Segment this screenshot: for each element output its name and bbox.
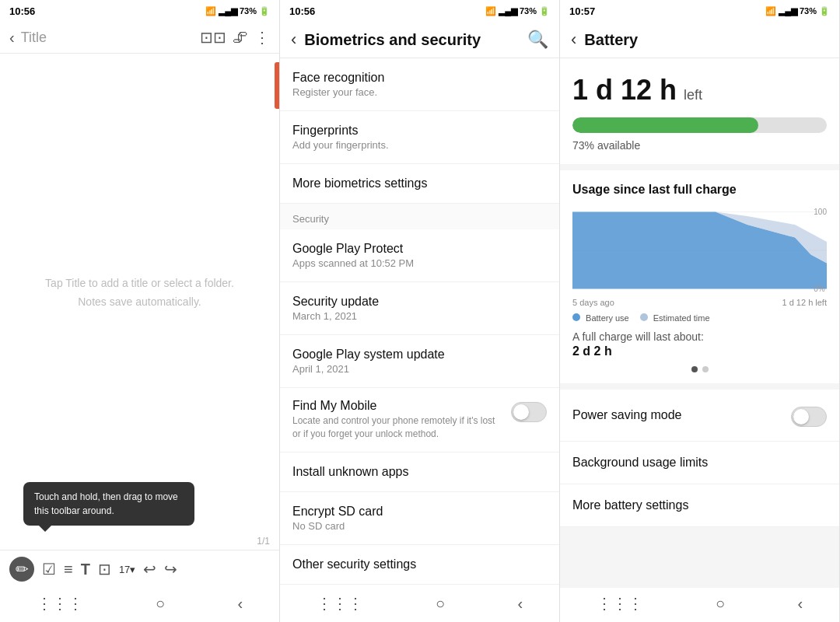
legend-estimated: Estimated time (640, 313, 710, 323)
battery-chart: 100 0% (572, 208, 827, 293)
signal-icon-bio: ▂▄▆ (499, 6, 517, 16)
battery-chart-svg (572, 208, 827, 293)
full-charge-label: A full charge will last about: (572, 330, 827, 343)
time-bio: 10:56 (289, 5, 315, 17)
more-battery-label: More battery settings (572, 498, 688, 512)
font-size[interactable]: 17▾ (119, 564, 135, 575)
notes-content: Tap Title to add a title or select a fol… (0, 54, 279, 533)
battery-main-card: 1 d 12 h left 73% available (560, 58, 839, 164)
redo-icon[interactable]: ↪ (164, 560, 177, 578)
list-item-background-usage[interactable]: Background usage limits (560, 442, 839, 484)
find-my-mobile-toggle[interactable] (511, 402, 547, 422)
list-item-install-unknown[interactable]: Install unknown apps (280, 453, 559, 492)
back-nav-notes[interactable]: ‹ (238, 595, 243, 613)
more-icon[interactable]: ⋮ (254, 28, 270, 47)
signal-icon-battery: ▂▄▆ (779, 6, 797, 16)
home-icon-battery[interactable]: ○ (716, 595, 725, 613)
label-left: 5 days ago (572, 298, 614, 307)
nav-bar-bio: ⋮⋮⋮ ○ ‹ (280, 588, 559, 622)
battery-scroll: 1 d 12 h left 73% available Usage since … (560, 58, 839, 588)
battery-dot (572, 313, 580, 321)
chart-legend: Battery use Estimated time (572, 313, 827, 323)
svg-marker-3 (572, 212, 827, 289)
battery-time-display: 1 d 12 h left (572, 74, 827, 107)
signal-icon: ▂▄▆ (219, 6, 237, 16)
back-button-bio[interactable]: ‹ (291, 30, 296, 50)
y-label-top: 100 (814, 208, 827, 216)
status-icons-notes: 📶 ▂▄▆ 73% 🔋 (205, 6, 270, 16)
time-battery: 10:57 (569, 5, 595, 17)
scroll-indicator (275, 62, 279, 109)
dot-1 (691, 366, 698, 372)
recents-icon-bio[interactable]: ⋮⋮⋮ (317, 594, 363, 613)
recents-icon-notes[interactable]: ⋮⋮⋮ (37, 594, 83, 613)
list-item-power-saving[interactable]: Power saving mode (560, 390, 839, 442)
checkbox-icon[interactable]: ☑ (42, 560, 56, 578)
book-icon[interactable]: ⊡⊡ (200, 28, 226, 47)
battery-bar-container (572, 117, 827, 133)
battery-icon-notes: 🔋 (259, 6, 270, 16)
list-item-more-biometrics[interactable]: More biometrics settings (280, 164, 559, 204)
chart-y-labels: 100 0% (814, 208, 827, 293)
text-icon[interactable]: T (81, 561, 90, 578)
estimated-dot (640, 313, 648, 321)
list-item-google-play-system[interactable]: Google Play system update April 1, 2021 (280, 335, 559, 388)
list-item-google-play-protect[interactable]: Google Play Protect Apps scanned at 10:5… (280, 229, 559, 282)
dot-2 (702, 366, 709, 372)
wifi-icon-battery: 📶 (765, 6, 776, 16)
y-label-bottom: 0% (814, 285, 827, 293)
status-icons-battery: 📶 ▂▄▆ 73% 🔋 (765, 6, 830, 16)
list-item-face[interactable]: Face recognition Register your face. (280, 58, 559, 111)
section-security: Security (280, 204, 559, 229)
back-button-battery[interactable]: ‹ (571, 30, 576, 50)
recents-icon-battery[interactable]: ⋮⋮⋮ (597, 594, 643, 613)
status-bar-notes: 10:56 📶 ▂▄▆ 73% 🔋 (0, 0, 279, 22)
battery-header: ‹ Battery (560, 22, 839, 58)
battery-percent-battery: 73% (800, 6, 817, 16)
image-icon[interactable]: ⊡ (98, 560, 111, 578)
page-indicator: 1/1 (0, 533, 279, 550)
home-icon-notes[interactable]: ○ (156, 595, 165, 613)
power-saving-knob (793, 409, 809, 425)
home-icon-bio[interactable]: ○ (436, 595, 445, 613)
legend-battery: Battery use (572, 313, 629, 323)
notes-panel: 10:56 📶 ▂▄▆ 73% 🔋 ‹ Title ⊡⊡ 🖇 ⋮ Tap Tit… (0, 0, 280, 622)
status-icons-bio: 📶 ▂▄▆ 73% 🔋 (485, 6, 550, 16)
tooltip: Touch and hold, then drag to move this t… (23, 482, 194, 526)
wifi-icon: 📶 (205, 6, 216, 16)
toggle-knob (513, 404, 529, 420)
full-charge-value: 2 d 2 h (572, 344, 827, 358)
back-nav-bio[interactable]: ‹ (518, 595, 523, 613)
search-icon-bio[interactable]: 🔍 (527, 30, 548, 50)
usage-title: Usage since last full charge (572, 183, 827, 197)
back-nav-battery[interactable]: ‹ (798, 595, 803, 613)
power-saving-toggle[interactable] (791, 407, 827, 427)
label-right: 1 d 12 h left (782, 298, 828, 307)
nav-bar-battery: ⋮⋮⋮ ○ ‹ (560, 588, 839, 622)
time-notes: 10:56 (9, 5, 35, 17)
battery-percent-label: 73% available (572, 139, 827, 152)
battery-percent-notes: 73% (240, 6, 257, 16)
undo-icon[interactable]: ↩ (143, 560, 156, 578)
battery-bar (572, 117, 758, 133)
list-item-more-battery[interactable]: More battery settings (560, 484, 839, 527)
list-item-other-security[interactable]: Other security settings (280, 545, 559, 585)
list-item-find-my-mobile[interactable]: Find My Mobile Locate and control your p… (280, 388, 559, 453)
back-button-notes[interactable]: ‹ (9, 29, 15, 47)
list-item-encrypt-sd[interactable]: Encrypt SD card No SD card (280, 492, 559, 545)
list-icon[interactable]: ≡ (64, 561, 73, 578)
notes-toolbar: ‹ Title ⊡⊡ 🖇 ⋮ (0, 22, 279, 54)
bio-title: Biometrics and security (304, 31, 520, 49)
wifi-icon-bio: 📶 (485, 6, 496, 16)
battery-icon-bio: 🔋 (539, 6, 550, 16)
clip-icon[interactable]: 🖇 (233, 29, 248, 47)
battery-panel: 10:57 📶 ▂▄▆ 73% 🔋 ‹ Battery 1 d 12 h lef… (560, 0, 840, 622)
usage-card: Usage since last full charge 100 0% (560, 170, 839, 383)
battery-percent-bio: 73% (520, 6, 537, 16)
list-item-security-update[interactable]: Security update March 1, 2021 (280, 282, 559, 335)
list-item-fingerprints[interactable]: Fingerprints Add your fingerprints. (280, 111, 559, 164)
biometrics-panel: 10:56 📶 ▂▄▆ 73% 🔋 ‹ Biometrics and secur… (280, 0, 560, 622)
pen-icon[interactable]: ✏ (9, 557, 34, 582)
dot-indicators (572, 358, 827, 376)
status-bar-battery: 10:57 📶 ▂▄▆ 73% 🔋 (560, 0, 839, 22)
